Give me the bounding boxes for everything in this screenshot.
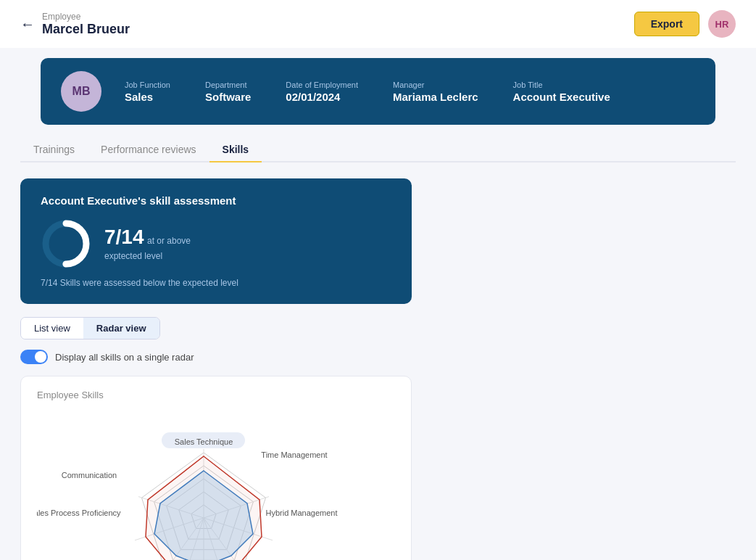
- toggle-knob: [35, 351, 46, 363]
- employee-skills-title: Employee Skills: [37, 390, 395, 400]
- score-info: 7/14 at or aboveexptected level: [104, 226, 191, 262]
- skill-assessment-title: Account Executive's skill assessment: [41, 194, 391, 207]
- skill-assessment-card: Account Executive's skill assessment 7/1…: [20, 178, 412, 304]
- donut-svg: [41, 218, 91, 269]
- employee-avatar: MB: [61, 71, 101, 112]
- display-toggle-switch[interactable]: [20, 350, 48, 364]
- list-view-button[interactable]: List view: [21, 318, 83, 339]
- manager-label: Manager: [393, 81, 478, 89]
- back-arrow-icon: ←: [20, 16, 35, 33]
- svg-text:Time Management: Time Management: [261, 450, 327, 459]
- date-employment-label: Date of Employment: [286, 81, 358, 89]
- info-job-function: Job Function Sales: [125, 81, 170, 103]
- info-job-title: Job Title Account Executive: [513, 81, 610, 103]
- skill-score-row: 7/14 at or aboveexptected level: [41, 218, 391, 269]
- svg-text:Communication: Communication: [62, 471, 117, 479]
- page-content: Trainings Performance reviews Skills Acc…: [0, 125, 756, 560]
- user-avatar: HR: [708, 10, 736, 38]
- employee-header: Employee Marcel Brueur: [42, 12, 130, 37]
- radar-chart-svg: Sales Technique Time Management Hybrid M…: [37, 411, 370, 560]
- date-employment-value: 02/01/2024: [286, 91, 358, 103]
- score-sublabel: 7/14 Skills were assessed below the expe…: [41, 278, 391, 288]
- tab-performance-reviews[interactable]: Performance reviews: [88, 138, 209, 162]
- svg-text:Sales Process Proficiency: Sales Process Proficiency: [37, 508, 121, 517]
- radar-view-button[interactable]: Radar view: [83, 318, 159, 339]
- job-title-label: Job Title: [513, 81, 610, 89]
- info-date-employment: Date of Employment 02/01/2024: [286, 81, 358, 103]
- score-fraction: 7/14: [104, 226, 144, 248]
- department-value: Software: [205, 91, 251, 103]
- tab-trainings[interactable]: Trainings: [20, 138, 88, 162]
- info-fields: Job Function Sales Department Software D…: [125, 81, 695, 103]
- info-banner: MB Job Function Sales Department Softwar…: [41, 58, 715, 125]
- tabs: Trainings Performance reviews Skills: [20, 138, 736, 162]
- top-bar: ← Employee Marcel Brueur Export HR: [0, 0, 756, 48]
- employee-skills-card: Employee Skills: [20, 376, 412, 560]
- job-function-label: Job Function: [125, 81, 170, 89]
- view-toggle: List view Radar view: [20, 317, 160, 339]
- svg-text:Sales Technique: Sales Technique: [175, 437, 233, 446]
- job-title-value: Account Executive: [513, 91, 610, 103]
- info-department: Department Software: [205, 81, 251, 103]
- donut-chart: [41, 218, 91, 269]
- department-label: Department: [205, 81, 251, 89]
- export-button[interactable]: Export: [634, 12, 699, 36]
- svg-marker-18: [146, 456, 262, 560]
- manager-value: Mariama Leclerc: [393, 91, 478, 103]
- info-manager: Manager Mariama Leclerc: [393, 81, 478, 103]
- job-function-value: Sales: [125, 91, 170, 103]
- display-toggle-row: Display all skills on a single radar: [20, 350, 736, 364]
- display-toggle-label: Display all skills on a single radar: [55, 352, 194, 363]
- employee-name: Marcel Brueur: [42, 22, 130, 37]
- top-actions: Export HR: [634, 10, 736, 38]
- tab-skills[interactable]: Skills: [209, 138, 262, 162]
- back-button[interactable]: ← Employee Marcel Brueur: [20, 12, 130, 37]
- svg-text:Hybrid Management: Hybrid Management: [265, 508, 337, 517]
- employee-label: Employee: [42, 12, 130, 22]
